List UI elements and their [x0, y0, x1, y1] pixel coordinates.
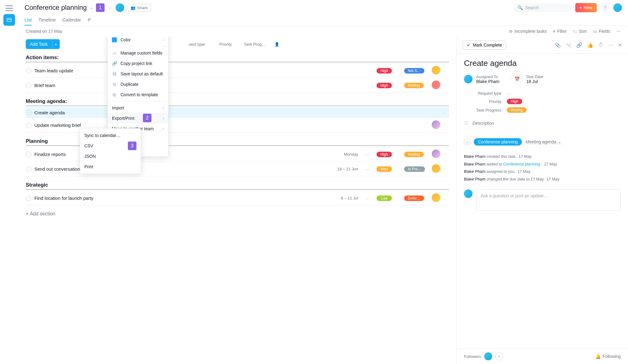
calendar-icon: 📅	[511, 74, 523, 85]
project-icon[interactable]	[3, 14, 15, 26]
task-check-circle[interactable]: ✓	[26, 152, 31, 157]
menu-duplicate[interactable]: ⧉Duplicate	[108, 79, 168, 89]
project-section-dropdown[interactable]: Meeting agenda ⌄	[526, 139, 561, 145]
callout-badge-2: 2	[143, 114, 151, 122]
star-icon[interactable]: ☆	[108, 4, 113, 11]
more-icon[interactable]: ⋯	[608, 42, 613, 48]
sort-button[interactable]: ↑↓Sort	[573, 29, 587, 34]
menu-copy-link[interactable]: 🔗Copy project link	[108, 58, 168, 69]
priority-pill: High	[377, 152, 392, 157]
help-button[interactable]: ?	[600, 3, 610, 12]
task-check-circle[interactable]: ✓	[26, 195, 31, 201]
incomplete-tasks-filter[interactable]: ⊘Incomplete tasks	[509, 29, 547, 34]
fields-icon: ▭	[112, 51, 117, 55]
task-assignee-avatar[interactable]	[432, 66, 440, 74]
section-header[interactable]: Meeting agenda:	[26, 98, 449, 106]
task-check-circle[interactable]: ✓	[26, 110, 31, 115]
menu-import[interactable]: Import›	[108, 103, 168, 113]
task-check-circle[interactable]: ✓	[26, 83, 31, 88]
tab-list[interactable]: List	[25, 15, 32, 25]
task-assignee-avatar[interactable]	[432, 150, 440, 158]
add-task-button[interactable]: Add Task	[26, 39, 52, 49]
activity-log: Blake Pham created this task.17 MayBlake…	[464, 153, 621, 183]
close-icon[interactable]: ✕	[618, 42, 622, 48]
mark-complete-button[interactable]: ✓ Mark Complete	[463, 40, 506, 50]
task-detail-panel: ✓ Mark Complete 📎 ⌥ 🔗 👍 ⏱ ⋯ ✕ Create age	[456, 37, 628, 364]
owner-avatar[interactable]	[116, 3, 124, 12]
user-avatar[interactable]	[613, 3, 622, 12]
task-assignee-avatar[interactable]	[432, 193, 440, 202]
plus-icon: +	[580, 5, 582, 10]
sort-icon: ↑↓	[573, 29, 577, 34]
priority-field[interactable]: Priority High	[464, 99, 621, 104]
header: Conference planning ⌄ 1 ☆ 👥 Share 🔍 Sear…	[18, 0, 628, 26]
hamburger-menu[interactable]	[6, 6, 13, 11]
task-assignee-avatar[interactable]	[432, 81, 440, 89]
request-type-field[interactable]: Request type —	[464, 91, 621, 96]
project-title: Conference planning	[25, 4, 87, 12]
new-button[interactable]: + New	[575, 3, 597, 12]
like-icon[interactable]: 👍	[587, 42, 593, 48]
timer-icon[interactable]: ⏱	[598, 42, 603, 48]
fields-button[interactable]: ▭Fields	[593, 29, 610, 34]
description-field[interactable]: ☰ Description	[464, 120, 621, 129]
project-dropdown-caret[interactable]: ⌄	[90, 6, 93, 10]
add-follower-button[interactable]: +	[495, 352, 503, 360]
new-label: New	[584, 5, 592, 10]
check-icon: ✓	[467, 43, 470, 47]
submenu-print[interactable]: Print	[80, 161, 141, 172]
link-icon[interactable]: 🔗	[576, 42, 582, 48]
task-row[interactable]: ✓ Find location for launch party 8 – 11 …	[26, 191, 449, 206]
task-check-circle[interactable]: ✓	[26, 123, 31, 128]
follower-avatar[interactable]	[484, 352, 492, 360]
menu-convert-template[interactable]: ⊞Convert to template	[108, 89, 168, 100]
progress-pill: Defer…	[404, 195, 424, 201]
tab-more[interactable]: P	[88, 15, 91, 25]
menu-color[interactable]: Color›	[108, 37, 168, 45]
task-name: Create agenda	[34, 110, 331, 115]
task-assignee-avatar[interactable]	[432, 120, 440, 129]
due-date-field[interactable]: 📅 Due Date 18 Jul	[511, 74, 543, 85]
search-icon: 🔍	[518, 5, 523, 10]
search-input[interactable]: 🔍 Search	[513, 3, 572, 12]
task-assignee-avatar[interactable]	[432, 164, 440, 173]
task-row[interactable]: ✓ Team leads update High Not S… ›	[26, 63, 449, 78]
priority-pill: Low	[377, 195, 392, 201]
section-header[interactable]: Action items:	[26, 55, 449, 62]
col-progress: Task Prog…	[244, 42, 268, 47]
task-detail-title[interactable]: Create agenda	[464, 59, 621, 68]
progress-pill: Waiting	[404, 83, 424, 88]
filter-button[interactable]: ≡Filter	[553, 29, 567, 34]
tab-calendar[interactable]: Calendar	[62, 15, 81, 25]
submenu-csv[interactable]: CSV 3	[80, 141, 141, 151]
clipboard-icon: ▤	[464, 139, 470, 145]
task-name: Update marketing brief	[34, 123, 331, 128]
section-header[interactable]: Strategic	[26, 182, 449, 190]
submenu-sync-calendar[interactable]: Sync to calendar…	[80, 130, 141, 141]
task-row[interactable]: ✓ Create agenda ›	[26, 107, 449, 118]
task-date: 18 – 21 Jun	[334, 167, 358, 171]
task-name: Find location for launch party	[34, 195, 331, 201]
menu-export-print[interactable]: Export/Print 2 ›	[108, 113, 168, 123]
add-section-button[interactable]: + Add section	[26, 211, 449, 217]
subtask-icon[interactable]: ⌥	[566, 42, 571, 48]
share-button[interactable]: 👥 Share	[127, 4, 151, 12]
assignee-avatar	[464, 75, 473, 83]
more-icon[interactable]: ⋯	[616, 29, 621, 34]
progress-field[interactable]: Task Progress Waiting	[464, 107, 621, 113]
attachment-icon[interactable]: 📎	[555, 42, 561, 48]
task-check-circle[interactable]: ✓	[26, 68, 31, 74]
comment-input[interactable]: Ask a question or post an update…	[476, 189, 621, 211]
following-toggle[interactable]: 🔔 Following	[595, 354, 621, 359]
task-check-circle[interactable]: ✓	[26, 166, 31, 172]
tab-timeline[interactable]: Timeline	[38, 15, 56, 25]
add-task-dropdown[interactable]: ▾	[52, 39, 60, 49]
text-icon: ☰	[464, 120, 468, 126]
assigned-to-field[interactable]: Assigned To Blake Pham	[464, 74, 499, 85]
menu-save-layout[interactable]: 🖫Save layout as default	[108, 69, 168, 79]
task-row[interactable]: ✓ Brief team High Waiting ›	[26, 78, 449, 93]
color-swatch-icon	[112, 37, 117, 42]
project-pill[interactable]: Conference planning	[474, 138, 522, 146]
menu-custom-fields[interactable]: ▭Manage custom fields	[108, 48, 168, 58]
submenu-json[interactable]: JSON	[80, 151, 141, 161]
